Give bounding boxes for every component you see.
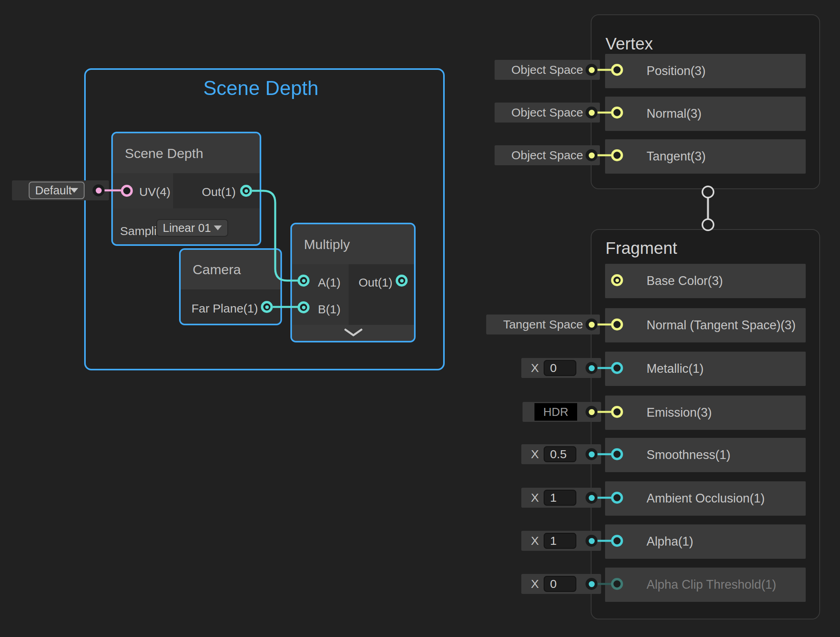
uv-port[interactable]	[121, 185, 133, 197]
fragment-row-normal-ts[interactable]: Normal (Tangent Space)(3)	[605, 308, 806, 342]
group-title[interactable]: Scene Depth	[161, 77, 361, 100]
alpha-value-field[interactable]: 1	[544, 533, 576, 549]
position-port[interactable]	[611, 64, 623, 76]
ambient-occlusion-label: Ambient Occlusion(1)	[647, 491, 765, 506]
fragment-row-alpha-clip-threshold[interactable]: Alpha Clip Threshold(1)	[605, 568, 806, 602]
vertex-block-title: Vertex	[605, 34, 653, 53]
smoothness-x-label: X	[531, 447, 539, 461]
fragment-row-metallic[interactable]: Metallic(1)	[605, 352, 806, 386]
alpha-clip-threshold-label: Alpha Clip Threshold(1)	[647, 578, 776, 592]
tangent-space-label: Object Space	[495, 148, 600, 162]
multiply-a-label: A(1)	[318, 277, 341, 289]
metallic-x-label: X	[531, 361, 539, 375]
alpha-clip-threshold-input-dot[interactable]	[586, 578, 597, 590]
position-space-selector[interactable]: Object Space	[495, 60, 600, 80]
metallic-value-field[interactable]: 0	[544, 360, 576, 376]
position-input-dot[interactable]	[586, 64, 597, 76]
alpha-clip-threshold-port[interactable]	[611, 578, 623, 590]
multiply-b-label: B(1)	[318, 303, 341, 315]
normal-ts-label: Normal (Tangent Space)(3)	[647, 318, 796, 332]
alpha-port[interactable]	[611, 535, 623, 547]
uv-default-dropdown[interactable]: Default	[29, 182, 85, 199]
tangent-label: Tangent(3)	[647, 149, 706, 164]
scene-depth-node[interactable]: Scene Depth UV(4) Out(1) Sampling Linear…	[111, 132, 261, 246]
ambient-occlusion-x-label: X	[531, 491, 539, 504]
normal-input-dot[interactable]	[586, 107, 597, 119]
tangent-input-dot[interactable]	[586, 149, 597, 161]
vertex-row-position[interactable]: Position(3)	[605, 54, 806, 88]
alpha-label: Alpha(1)	[647, 534, 693, 549]
far-plane-label: Far Plane(1)	[191, 303, 258, 315]
normal-ts-port[interactable]	[611, 318, 623, 330]
fragment-block-title: Fragment	[605, 239, 677, 258]
emission-hdr-field[interactable]: HDR	[534, 403, 577, 421]
alpha-input-dot[interactable]	[586, 535, 597, 547]
fragment-block[interactable]: Fragment Base Color(3) Normal (Tangent S…	[591, 229, 820, 619]
camera-node-title: Camera	[181, 250, 280, 289]
normal-ts-space-selector[interactable]: Tangent Space	[486, 315, 600, 334]
normal-space-selector[interactable]: Object Space	[495, 103, 600, 123]
smoothness-input-dot[interactable]	[586, 448, 597, 460]
normal-space-label: Object Space	[495, 106, 600, 119]
base-color-port[interactable]	[611, 274, 623, 286]
normal-port[interactable]	[611, 107, 623, 119]
far-plane-port[interactable]	[261, 301, 273, 313]
multiply-node-title: Multiply	[292, 224, 414, 264]
multiply-b-port[interactable]	[298, 301, 310, 313]
tangent-port[interactable]	[611, 149, 623, 161]
multiply-out-cell	[349, 264, 416, 325]
vertex-block[interactable]: Vertex Position(3) Normal(3) Tangent(3)	[591, 14, 820, 189]
vertex-fragment-connector-bottom	[702, 218, 714, 231]
smoothness-label: Smoothness(1)	[647, 448, 730, 462]
vertex-fragment-connector-top	[702, 186, 714, 198]
base-color-label: Base Color(3)	[647, 274, 723, 288]
ambient-occlusion-port[interactable]	[611, 492, 623, 504]
vertex-row-tangent[interactable]: Tangent(3)	[605, 139, 806, 174]
vertex-row-normal[interactable]: Normal(3)	[605, 97, 806, 131]
sampling-dropdown[interactable]: Linear 01	[156, 219, 228, 237]
sampling-label: Sampling	[120, 225, 157, 237]
metallic-input-dot[interactable]	[586, 362, 597, 374]
alpha-clip-threshold-x-label: X	[531, 577, 539, 591]
ambient-occlusion-value-field[interactable]: 1	[544, 490, 576, 506]
smoothness-value-field[interactable]: 0.5	[544, 446, 576, 462]
position-space-label: Object Space	[495, 63, 600, 77]
scene-depth-node-title: Scene Depth	[113, 133, 260, 173]
fragment-row-ambient-occlusion[interactable]: Ambient Occlusion(1)	[605, 481, 806, 516]
fragment-row-alpha[interactable]: Alpha(1)	[605, 524, 806, 559]
fragment-row-emission[interactable]: Emission(3)	[605, 396, 806, 430]
sampling-dropdown-value: Linear 01	[163, 222, 211, 235]
uv-default-port-dot[interactable]	[93, 184, 105, 196]
multiply-a-port[interactable]	[298, 275, 310, 287]
chevron-down-icon	[214, 226, 222, 230]
normal-ts-space-label: Tangent Space	[486, 318, 600, 331]
uv-port-label: UV(4)	[139, 186, 170, 198]
uv-default-value: Default	[35, 184, 72, 197]
fragment-row-smoothness[interactable]: Smoothness(1)	[605, 438, 806, 472]
ambient-occlusion-input-dot[interactable]	[586, 492, 597, 504]
alpha-clip-threshold-value-field[interactable]: 0	[544, 576, 576, 592]
multiply-inputs-cell	[292, 264, 349, 325]
metallic-label: Metallic(1)	[647, 362, 704, 376]
multiply-out-label: Out(1)	[359, 277, 392, 289]
emission-label: Emission(3)	[647, 406, 712, 420]
multiply-out-port[interactable]	[396, 275, 408, 287]
normal-ts-input-dot[interactable]	[586, 318, 597, 330]
fragment-row-base-color[interactable]: Base Color(3)	[605, 264, 806, 298]
tangent-space-selector[interactable]: Object Space	[495, 145, 600, 165]
shader-graph-canvas[interactable]: Scene Depth Scene Depth UV(4) Out(1) Sam…	[0, 0, 840, 637]
metallic-port[interactable]	[611, 362, 623, 374]
smoothness-port[interactable]	[611, 448, 623, 460]
alpha-x-label: X	[531, 534, 539, 548]
emission-port[interactable]	[611, 406, 623, 418]
emission-input-dot[interactable]	[586, 406, 597, 418]
chevron-down-icon	[70, 188, 78, 193]
scene-depth-out-port[interactable]	[240, 185, 252, 197]
position-label: Position(3)	[647, 64, 706, 78]
scene-depth-out-label: Out(1)	[202, 186, 236, 198]
camera-node[interactable]: Camera Far Plane(1)	[179, 248, 282, 325]
multiply-collapse-bar[interactable]	[292, 325, 416, 342]
normal-label: Normal(3)	[647, 107, 702, 121]
